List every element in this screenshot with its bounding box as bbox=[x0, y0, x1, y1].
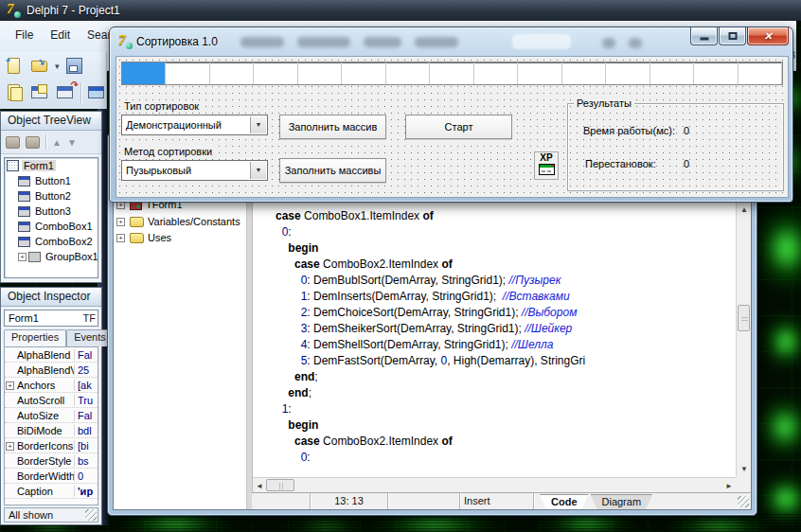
tree-item-groupbox1[interactable]: +GroupBox1 bbox=[5, 249, 98, 264]
explorer-item-uses[interactable]: +Uses bbox=[116, 230, 171, 245]
tree-item-combobox1[interactable]: ComboBox1 bbox=[5, 219, 98, 234]
code-segment bbox=[276, 402, 282, 416]
tree-item-form1[interactable]: Form1 bbox=[5, 158, 98, 173]
grid-cell[interactable] bbox=[518, 62, 561, 84]
open-dropdown-icon[interactable]: ▾ bbox=[55, 62, 60, 71]
property-value[interactable]: [ak bbox=[75, 380, 98, 391]
property-row-alphablend[interactable]: AlphaBlendFal bbox=[5, 347, 98, 363]
grid-cell[interactable] bbox=[562, 62, 606, 84]
save-icon[interactable] bbox=[64, 56, 85, 77]
window-icon[interactable] bbox=[29, 82, 50, 103]
treeview-tool-icon[interactable] bbox=[26, 136, 40, 149]
property-row-anchors[interactable]: Anchors+[ak bbox=[5, 378, 98, 393]
menu-item-edit[interactable]: Edit bbox=[50, 28, 70, 42]
new-file-icon[interactable]: ✦ bbox=[4, 56, 25, 77]
property-value[interactable]: Fal bbox=[75, 410, 98, 421]
property-row-bordericons[interactable]: BorderIcons+[bi bbox=[5, 438, 98, 453]
chevron-down-icon[interactable]: ▼ bbox=[250, 162, 266, 179]
tree-item-button3[interactable]: Button3 bbox=[5, 204, 98, 219]
xp-manifest-component[interactable]: XP bbox=[534, 151, 559, 180]
expand-icon[interactable]: + bbox=[116, 218, 125, 226]
code-segment: ComboBox2.ItemIndex bbox=[320, 434, 442, 448]
minimize-button[interactable] bbox=[690, 27, 718, 45]
explorer-item-variables-constants[interactable]: +Variables/Constants bbox=[116, 214, 240, 229]
property-row-autosize[interactable]: AutoSizeFal bbox=[5, 408, 98, 423]
property-value[interactable]: [bi bbox=[75, 440, 98, 452]
grid-cell[interactable] bbox=[650, 62, 694, 84]
grid-cell[interactable] bbox=[474, 62, 518, 84]
property-row-alphablendvalu[interactable]: AlphaBlendValu25 bbox=[5, 363, 98, 378]
grid-cell[interactable] bbox=[694, 62, 738, 84]
form-design-surface[interactable]: Тип сортировок Демонстрационный ▼ Заполн… bbox=[116, 56, 789, 198]
vscroll-thumb[interactable] bbox=[738, 305, 750, 331]
property-value[interactable]: 0 bbox=[75, 470, 98, 482]
tab-code[interactable]: Code bbox=[540, 494, 589, 509]
property-row-borderstyle[interactable]: BorderStylebs bbox=[5, 453, 98, 469]
sort-type-combobox[interactable]: Демонстрационный ▼ bbox=[121, 115, 268, 135]
grid-cell[interactable] bbox=[606, 62, 650, 84]
scroll-up-icon[interactable]: ▲ bbox=[740, 205, 748, 214]
fill-array-button[interactable]: Заполнить массив bbox=[279, 115, 386, 139]
tab-diagram[interactable]: Diagram bbox=[591, 494, 653, 509]
treeview-toolbar: ▲ ▼ bbox=[1, 131, 101, 154]
expand-icon[interactable]: + bbox=[18, 253, 27, 261]
sort-method-combobox[interactable]: Пузырьковый ▼ bbox=[121, 160, 268, 181]
expand-icon[interactable]: + bbox=[6, 442, 14, 451]
control-icon bbox=[18, 237, 30, 247]
grid-cell[interactable] bbox=[298, 62, 342, 84]
maximize-button[interactable] bbox=[719, 27, 746, 45]
tree-item-button1[interactable]: Button1 bbox=[5, 173, 98, 188]
fill-arrays-button[interactable]: Заполнить массивы bbox=[279, 158, 386, 183]
property-grid: AlphaBlendFalAlphaBlendValu25Anchors+[ak… bbox=[4, 346, 98, 505]
tab-properties[interactable]: Properties bbox=[4, 329, 66, 346]
control-icon bbox=[18, 206, 30, 217]
move-up-icon[interactable]: ▲ bbox=[52, 137, 62, 148]
tree-item-label: Button3 bbox=[33, 205, 73, 217]
start-button[interactable]: Старт bbox=[405, 115, 512, 139]
tree-item-combobox2[interactable]: ComboBox2 bbox=[5, 234, 98, 249]
form-titlebar[interactable]: 7 Сортировка 1.0 ✕ bbox=[110, 27, 792, 56]
property-value[interactable]: 'ир bbox=[75, 486, 98, 497]
horizontal-scrollbar[interactable]: ◄ ► bbox=[253, 477, 736, 492]
code-segment: : bbox=[288, 402, 291, 416]
hscroll-thumb[interactable] bbox=[266, 479, 294, 491]
close-button[interactable]: ✕ bbox=[747, 27, 789, 45]
expand-icon[interactable]: + bbox=[6, 381, 14, 390]
blue-window-icon[interactable] bbox=[86, 82, 107, 103]
resize-grip[interactable] bbox=[738, 496, 749, 507]
grid-cell[interactable] bbox=[342, 62, 385, 84]
tree-item-label: Button2 bbox=[33, 190, 73, 202]
grid-cell[interactable] bbox=[386, 62, 430, 84]
property-value[interactable]: Fal bbox=[75, 349, 98, 361]
grid-cell[interactable] bbox=[430, 62, 473, 84]
scroll-right-icon[interactable]: ► bbox=[725, 482, 733, 490]
property-value[interactable]: Tru bbox=[75, 395, 98, 406]
menu-item-file[interactable]: File bbox=[15, 28, 33, 42]
copy-pages-icon[interactable] bbox=[4, 82, 25, 103]
chevron-down-icon[interactable]: ▼ bbox=[250, 116, 266, 133]
open-file-icon[interactable]: ➘ bbox=[29, 56, 50, 77]
grid-cell[interactable] bbox=[210, 62, 254, 84]
property-name: AlphaBlendValu bbox=[5, 364, 75, 376]
move-down-icon[interactable]: ▼ bbox=[67, 137, 77, 148]
scroll-left-icon[interactable]: ◄ bbox=[256, 482, 263, 490]
property-row-autoscroll[interactable]: AutoScrollTru bbox=[5, 393, 98, 408]
grid-cell[interactable] bbox=[739, 62, 782, 84]
string-grid[interactable] bbox=[121, 62, 783, 85]
window-redo-icon[interactable]: ↷ bbox=[55, 82, 76, 103]
property-row-caption[interactable]: Caption'ир bbox=[5, 484, 98, 499]
grid-cell[interactable] bbox=[166, 62, 209, 84]
grid-cell[interactable] bbox=[122, 62, 166, 84]
property-value[interactable]: 25 bbox=[75, 364, 98, 376]
treeview-tool-icon[interactable] bbox=[6, 136, 20, 149]
scroll-down-icon[interactable]: ▼ bbox=[740, 465, 748, 473]
expand-icon[interactable]: + bbox=[116, 234, 125, 242]
property-value[interactable]: bdl bbox=[75, 425, 98, 436]
property-row-bidimode[interactable]: BiDiModebdl bbox=[5, 423, 98, 438]
grid-cell[interactable] bbox=[254, 62, 297, 84]
tree-item-button2[interactable]: Button2 bbox=[5, 188, 98, 204]
property-row-borderwidth[interactable]: BorderWidth0 bbox=[5, 469, 98, 484]
inspector-object-selector[interactable]: Form1 TF bbox=[4, 310, 98, 327]
property-value[interactable]: bs bbox=[75, 455, 98, 467]
resize-grip[interactable] bbox=[85, 509, 97, 521]
